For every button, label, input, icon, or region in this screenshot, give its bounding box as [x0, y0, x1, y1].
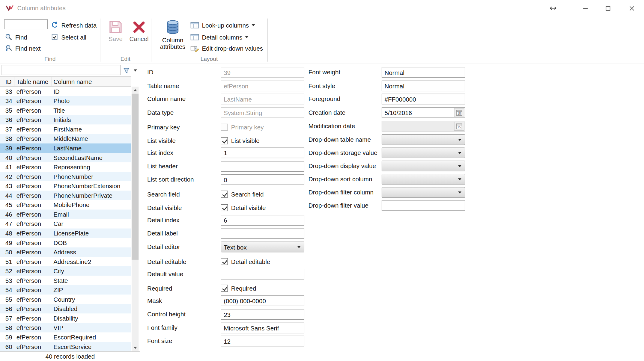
table-row[interactable]: 39efPersonLastName — [0, 144, 131, 153]
header-id[interactable]: ID — [0, 77, 14, 86]
calendar-icon[interactable]: 15 — [454, 108, 464, 117]
find-button-label: Find — [15, 34, 27, 40]
table-row[interactable]: 36efPersonInitials — [0, 115, 131, 125]
table-row[interactable]: 43efPersonPhoneNumberExtension — [0, 181, 131, 191]
dropdown-filter-value-input[interactable] — [382, 200, 465, 211]
table-row[interactable]: 57efPersonDisability — [0, 314, 131, 323]
table-row[interactable]: 45efPersonMobilePhone — [0, 200, 131, 210]
table-cell: Country — [51, 294, 131, 304]
font-style-input[interactable] — [382, 81, 465, 91]
table-row[interactable]: 46efPersonEmail — [0, 210, 131, 219]
table-row[interactable]: 40efPersonSecondLastName — [0, 153, 131, 162]
find-group-label: Find — [0, 55, 100, 62]
find-next-button[interactable]: Find next — [5, 43, 40, 52]
dropdown-filter-column-select[interactable] — [382, 187, 465, 198]
table-row[interactable]: 44efPersonPhoneNumberPrivate — [0, 191, 131, 200]
grid-header: ID Table name Column name — [0, 76, 131, 87]
field-mask-label: Mask — [147, 295, 162, 306]
table-cell: efPerson — [14, 134, 51, 144]
table-row[interactable]: 41efPersonRepresenting — [0, 162, 131, 172]
save-button[interactable]: Save — [104, 20, 127, 42]
scroll-up-icon[interactable] — [132, 87, 139, 93]
refresh-data-button[interactable]: Refresh data — [51, 21, 97, 30]
detail-editor-select[interactable]: Text box — [221, 242, 304, 253]
dropdown-sort-column-select[interactable] — [382, 174, 465, 185]
dropdown-display-value-select[interactable] — [382, 161, 465, 171]
table-icon — [190, 34, 199, 40]
table-row[interactable]: 50efPersonAddress — [0, 247, 131, 257]
creation-date-input[interactable] — [382, 108, 454, 117]
font-size-input[interactable] — [221, 336, 304, 347]
lookup-columns-button[interactable]: Look-up columns — [190, 21, 255, 30]
cancel-icon — [132, 20, 146, 34]
find-search-input[interactable] — [4, 19, 48, 29]
table-cell: 45 — [0, 200, 14, 210]
filter-button[interactable] — [121, 65, 131, 75]
foreground-input[interactable] — [382, 94, 465, 105]
table-cell: efPerson — [14, 257, 51, 266]
table-cell: efPerson — [14, 210, 51, 219]
cancel-button[interactable]: Cancel — [127, 20, 151, 42]
default-value-input[interactable] — [221, 269, 304, 280]
dropdown-table-name-select[interactable] — [382, 135, 465, 145]
scrollbar-thumb[interactable] — [132, 94, 139, 260]
table-row[interactable]: 53efPersonState — [0, 276, 131, 285]
table-cell: 39 — [0, 144, 14, 153]
minimize-button[interactable] — [574, 0, 596, 16]
detail-editable-checkbox[interactable] — [221, 258, 228, 265]
table-row[interactable]: 51efPersonAddressLine2 — [0, 257, 131, 266]
select-all-button[interactable]: Select all — [51, 32, 86, 41]
table-row[interactable]: 49efPersonDOB — [0, 238, 131, 247]
grid-filter-input[interactable] — [1, 65, 121, 75]
scroll-down-icon[interactable] — [132, 344, 139, 351]
chevron-down-icon — [458, 178, 461, 180]
mask-input[interactable] — [221, 295, 304, 306]
field-dropdown-display-value-label: Drop-down display value — [309, 161, 376, 171]
table-row[interactable]: 56efPersonDisabled — [0, 304, 131, 314]
control-height-input[interactable] — [221, 309, 304, 320]
table-row[interactable]: 33efPersonID — [0, 87, 131, 96]
find-button[interactable]: Find — [5, 32, 27, 41]
creation-date-picker[interactable]: 15 — [382, 107, 465, 118]
column-attributes-button[interactable]: Column attributes — [158, 19, 187, 50]
find-next-button-label: Find next — [15, 45, 41, 52]
field-detail-editable: Detail editable Detail editable — [140, 258, 644, 265]
table-row[interactable]: 60efPersonEscortService — [0, 342, 131, 351]
font-family-input[interactable] — [221, 323, 304, 333]
grid-scrollbar[interactable] — [132, 87, 139, 351]
maximize-button[interactable] — [596, 0, 620, 16]
database-icon — [164, 19, 181, 36]
detail-label-input[interactable] — [221, 228, 304, 239]
table-row[interactable]: 48efPersonLicensePlate — [0, 229, 131, 238]
table-cell: 44 — [0, 191, 14, 200]
field-dropdown-filter-column-label: Drop-down filter column — [309, 187, 374, 198]
table-row[interactable]: 35efPersonTitle — [0, 106, 131, 115]
table-row[interactable]: 55efPersonCountry — [0, 294, 131, 304]
table-row[interactable]: 54efPersonZIP — [0, 285, 131, 295]
table-row[interactable]: 52efPersonCity — [0, 266, 131, 276]
dropdown-storage-value-select[interactable] — [382, 147, 465, 158]
field-font-style: Font style — [140, 81, 644, 91]
close-button[interactable] — [620, 0, 644, 16]
detail-index-input[interactable] — [221, 215, 304, 226]
table-cell: Photo — [51, 96, 131, 106]
table-row[interactable]: 59efPersonEscortRequired — [0, 333, 131, 342]
header-table-name[interactable]: Table name — [14, 77, 51, 86]
table-cell: DOB — [51, 238, 131, 247]
table-row[interactable]: 38efPersonMiddleName — [0, 134, 131, 144]
table-row[interactable]: 58efPersonVIP — [0, 323, 131, 333]
table-row[interactable]: 42efPersonPhoneNumber — [0, 172, 131, 181]
required-checkbox[interactable] — [221, 285, 228, 292]
table-row[interactable]: 47efPersonCar — [0, 219, 131, 229]
field-dropdown-storage-value-label: Drop-down storage value — [309, 147, 377, 158]
header-column-name[interactable]: Column name — [51, 77, 131, 86]
table-row[interactable]: 37efPersonFirstName — [0, 125, 131, 134]
table-cell: 43 — [0, 181, 14, 191]
filter-dropdown-button[interactable] — [131, 65, 139, 75]
table-row[interactable]: 34efPersonPhoto — [0, 96, 131, 106]
detail-columns-button[interactable]: Detail columns — [190, 32, 249, 41]
calendar-icon: 15 — [454, 122, 464, 131]
edit-dropdown-values-button[interactable]: Edit drop-down values — [190, 43, 263, 52]
application-window: Column attributes Find — [0, 0, 644, 361]
font-weight-input[interactable] — [382, 67, 465, 78]
